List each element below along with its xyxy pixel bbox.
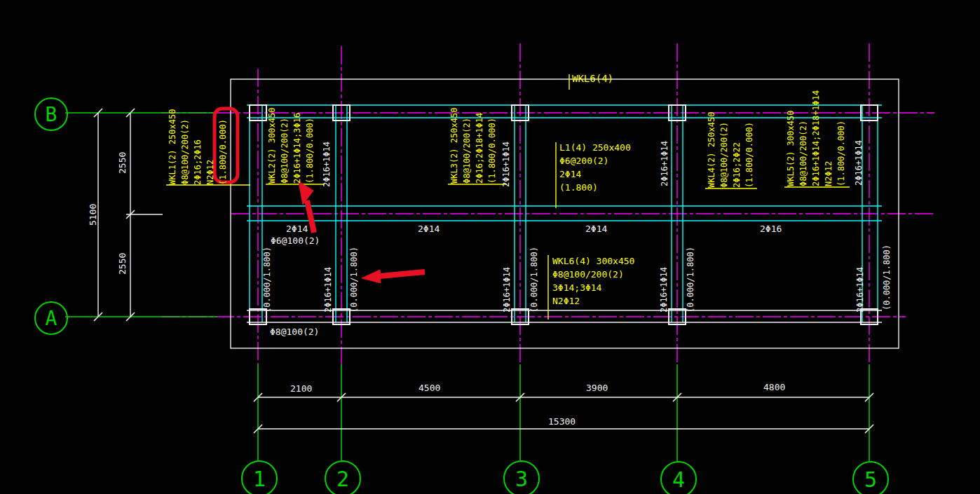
panel-note: Φ6@100(2)	[271, 235, 320, 246]
beam-label-line: WKL5(2) 300x450	[784, 90, 797, 186]
beam-label-wkl6-top: WKL6(4)	[572, 73, 613, 84]
beam-label-line: 2Φ16;2Φ16	[191, 109, 204, 185]
dim-value: 2550	[118, 253, 128, 275]
beam-label-line: Φ8@100/200(2)	[718, 112, 730, 188]
beam-label-l1: L1(4) 250x400 Φ6@200(2) 2Φ14 (1.800)	[559, 141, 631, 194]
dim-total: 15300	[548, 416, 576, 427]
rebar-note: 2Φ16+1Φ14	[502, 267, 512, 313]
dim-value: 2550	[118, 152, 128, 174]
rebar-note: 2Φ16+1Φ14	[854, 140, 864, 186]
dim-value: 4500	[418, 383, 440, 393]
beam-label-line: WKL1(2) 250x450	[166, 109, 179, 185]
beam-label-wkl6-mid: WKL6(4) 300x450 Φ8@100/200(2) 3Φ14;3Φ14 …	[552, 254, 634, 308]
beam-label-line: (1.800/0.000)	[304, 108, 316, 184]
grid-bubble-A: A	[34, 301, 68, 335]
beam-label-wkl3: WKL3(2) 250x450 Φ8@100/200(2) 2Φ16;2Φ18+…	[448, 108, 498, 184]
beam-label-line: 2Φ14	[559, 167, 631, 181]
rebar-note: 2Φ16+1Φ14	[855, 267, 865, 313]
beam-label-line: (1.800/0.000)	[835, 90, 848, 186]
beam-label-line: Φ6@200(2)	[559, 154, 631, 167]
span-note: (0.000/1.800)	[882, 245, 892, 310]
beam-label-line-highlighted: (1.800/0.000)	[217, 109, 229, 185]
beam-label-line: N2Φ12	[552, 294, 634, 308]
cad-canvas[interactable]: WKL1(2) 250x450 Φ8@100/200(2) 2Φ16;2Φ16 …	[0, 0, 980, 494]
beam-label-line: Φ8@100/200(2)	[461, 108, 473, 184]
grid-bubble-1: 1	[241, 460, 278, 494]
grid-bubble-label: 2	[336, 467, 349, 491]
beam-label-line: (1.800/0.000)	[743, 112, 756, 188]
span-note: (0.000/1.800)	[349, 247, 359, 313]
rebar-note: 2Φ16+1Φ14	[659, 267, 669, 313]
beam-label-line: WKL4(2) 250x450	[705, 112, 718, 188]
grid-bubble-label: 4	[672, 467, 685, 492]
beam-label-line: 2Φ16;2Φ22	[730, 112, 743, 188]
beam-label-line: 2Φ16;2Φ18+1Φ14	[473, 108, 486, 184]
beam-label-line: Φ8@100/200(2)	[552, 268, 634, 281]
panel-note: 2Φ14	[286, 224, 308, 234]
grid-bubble-label: 3	[515, 467, 528, 491]
callout-arrow-2	[362, 270, 425, 283]
beam-label-line: 2Φ16+1Φ14;3Φ16	[291, 108, 304, 184]
beam-label-line: Φ8@100/200(2)	[797, 90, 810, 186]
span-note: (0.000/1.800)	[686, 247, 695, 313]
beam-label-line: 2Φ16+1Φ14;2Φ18+1Φ14	[810, 90, 822, 186]
beam-label-line: Φ8@100/200(2)	[278, 108, 291, 184]
grid-bubble-label: A	[46, 307, 57, 330]
grid-bubble-2: 2	[325, 460, 361, 494]
panel-note: 2Φ14	[418, 224, 440, 234]
grid-bubble-4: 4	[660, 461, 697, 494]
grid-bubble-label: 5	[864, 467, 877, 492]
panel-note: Φ8@100(2)	[270, 327, 319, 337]
grid-bubble-label: 1	[253, 467, 266, 491]
beam-label-wkl2: WKL2(2) 300x450 Φ8@100/200(2) 2Φ16+1Φ14;…	[266, 108, 316, 184]
dim-total: 5100	[88, 204, 98, 226]
rebar-note: 2Φ16+1Φ14	[323, 267, 333, 313]
panel-note: 2Φ16	[760, 224, 782, 234]
panel-note: 2Φ14	[585, 224, 607, 234]
rebar-note: 2Φ16+1Φ14	[660, 141, 669, 186]
annotations	[215, 109, 425, 283]
beam-label-line: WKL2(2) 300x450	[266, 108, 278, 184]
grid-bubble-label: B	[46, 103, 57, 126]
beam-label-wkl4: WKL4(2) 250x450 Φ8@100/200(2) 2Φ16;2Φ22 …	[705, 112, 756, 188]
beam-label-line: N2Φ12	[822, 90, 835, 186]
beam-label-line: Φ8@100/200(2)	[179, 109, 191, 185]
drawing-geometry	[0, 0, 980, 494]
beam-label-line: 3Φ14;3Φ14	[552, 281, 634, 294]
rebar-note: 2Φ16+1Φ14	[501, 142, 511, 187]
dim-value: 3900	[586, 383, 608, 393]
span-note: (0.000/1.800)	[529, 247, 539, 313]
beam-label-line: (1.800)	[559, 181, 631, 194]
beam-label-wkl1: WKL1(2) 250x450 Φ8@100/200(2) 2Φ16;2Φ16 …	[166, 109, 229, 185]
span-note: (0.000/1.800)	[262, 247, 272, 313]
grid-bubble-5: 5	[852, 461, 889, 494]
beam-label-line: (1.800/0.000)	[486, 108, 498, 184]
beam-label-line: WKL3(2) 250x450	[448, 108, 461, 184]
rebar-note: 2Φ16+1Φ14	[322, 142, 332, 187]
beam-label-line: L1(4) 250x400	[559, 141, 631, 154]
grid-bubble-3: 3	[503, 460, 540, 494]
dim-value: 4800	[763, 382, 785, 392]
grid-bubble-B: B	[34, 97, 68, 131]
beam-label-wkl5: WKL5(2) 300x450 Φ8@100/200(2) 2Φ16+1Φ14;…	[784, 90, 848, 186]
beam-label-line: N2Φ12	[204, 109, 217, 185]
dim-value: 2100	[290, 383, 312, 394]
beam-label-line: WKL6(4) 300x450	[552, 254, 634, 268]
